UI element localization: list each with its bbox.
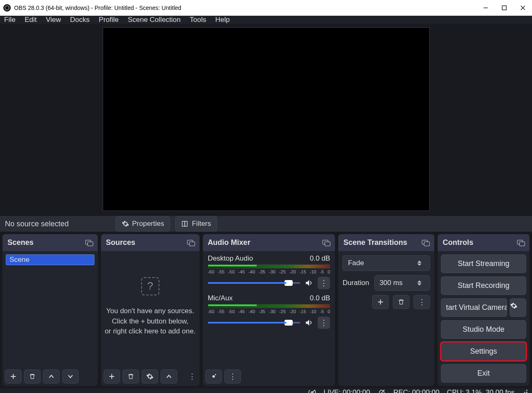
source-settings-button[interactable] <box>142 369 158 383</box>
broadcast-icon <box>308 388 316 393</box>
sources-empty-2: Click the + button below, <box>104 316 196 327</box>
sources-more-button[interactable]: ⋮ <box>187 369 197 383</box>
duration-value: 300 ms <box>380 279 403 287</box>
close-button[interactable] <box>513 0 532 16</box>
start-recording-button[interactable]: Start Recording <box>441 276 526 295</box>
volume-slider[interactable] <box>208 322 301 324</box>
question-icon: ? <box>141 277 159 295</box>
svg-rect-5 <box>185 221 188 226</box>
preview-area <box>0 24 532 216</box>
scene-item[interactable]: Scene <box>6 254 94 265</box>
transitions-panel: Scene Transitions Fade Duration 300 ms ⋮ <box>338 234 434 386</box>
delete-transition-button[interactable] <box>393 295 409 309</box>
transition-more-button[interactable]: ⋮ <box>414 295 430 309</box>
transition-select[interactable]: Fade <box>342 255 430 271</box>
speaker-icon[interactable] <box>304 278 313 288</box>
popout-icon[interactable] <box>323 240 330 246</box>
menu-file[interactable]: File <box>4 16 15 24</box>
menu-tools[interactable]: Tools <box>190 16 206 24</box>
exit-button[interactable]: Exit <box>441 364 526 383</box>
gear-icon <box>122 220 129 228</box>
window-title: OBS 28.0.3 (64-bit, windows) - Profile: … <box>14 5 181 11</box>
sources-empty-3: or right click here to add one. <box>104 326 196 337</box>
studio-mode-button[interactable]: Studio Mode <box>441 320 526 339</box>
menu-edit[interactable]: Edit <box>24 16 36 24</box>
svg-point-10 <box>215 374 216 375</box>
svg-rect-1 <box>502 6 506 10</box>
updown-icon <box>417 280 425 285</box>
obs-app-icon <box>3 4 11 12</box>
meter-ticks: -60-55-50-45-40-35-30-25-20-15-10-50 <box>208 269 330 274</box>
controls-panel: Controls Start Streaming Start Recording… <box>438 234 530 386</box>
mixer-settings-button[interactable] <box>205 369 222 383</box>
menubar: File Edit View Docks Profile Scene Colle… <box>0 16 532 24</box>
delete-scene-button[interactable] <box>24 369 41 383</box>
mixer-channel: Mic/Aux0.0 dB -60-55-50-45-40-35-30-25-2… <box>205 292 333 332</box>
cpu-status: CPU: 3.1%, 30.00 fps <box>447 388 515 393</box>
no-source-label: No source selected <box>5 220 111 228</box>
popout-icon[interactable] <box>517 240 525 246</box>
sources-title: Sources <box>106 238 135 247</box>
preview-canvas[interactable] <box>103 27 430 211</box>
menu-help[interactable]: Help <box>215 16 230 24</box>
minimize-button[interactable] <box>476 0 495 16</box>
audio-meter <box>208 304 330 308</box>
sources-body[interactable]: ? You don't have any sources. Click the … <box>101 251 200 367</box>
mixer-channel: Desktop Audio0.0 dB -60-55-50-45-40-35-3… <box>205 253 333 292</box>
popout-icon[interactable] <box>422 240 429 246</box>
scenes-title: Scenes <box>7 238 34 247</box>
duration-input[interactable]: 300 ms <box>374 275 431 291</box>
channel-db: 0.0 dB <box>310 254 330 263</box>
start-streaming-button[interactable]: Start Streaming <box>441 254 526 273</box>
meter-ticks: -60-55-50-45-40-35-30-25-20-15-10-50 <box>208 309 330 314</box>
rec-status: REC: 00:00:00 <box>393 388 440 393</box>
channel-menu-button[interactable]: ⋮ <box>318 316 330 329</box>
menu-view[interactable]: View <box>46 16 61 24</box>
filters-icon <box>181 220 189 228</box>
popout-icon[interactable] <box>187 240 195 246</box>
scene-up-button[interactable] <box>43 369 60 383</box>
volume-slider[interactable] <box>208 282 301 284</box>
duration-label: Duration <box>342 279 369 287</box>
transition-value: Fade <box>348 259 364 267</box>
speaker-icon[interactable] <box>304 318 313 327</box>
channel-name: Mic/Aux <box>208 294 233 302</box>
menu-docks[interactable]: Docks <box>70 16 89 24</box>
live-status: LIVE: 00:00:00 <box>324 388 370 393</box>
mixer-panel: Audio Mixer Desktop Audio0.0 dB -60-55-5… <box>203 234 335 386</box>
transitions-title: Scene Transitions <box>343 238 407 247</box>
add-scene-button[interactable] <box>5 369 22 383</box>
scenes-panel: Scenes Scene <box>2 234 98 386</box>
source-toolbar: No source selected Properties Filters <box>0 216 532 232</box>
audio-meter <box>208 264 330 268</box>
window-titlebar: OBS 28.0.3 (64-bit, windows) - Profile: … <box>0 0 532 16</box>
filters-label: Filters <box>192 220 211 228</box>
mixer-more-button[interactable]: ⋮ <box>224 369 241 383</box>
svg-rect-4 <box>183 221 185 226</box>
scene-down-button[interactable] <box>62 369 79 383</box>
source-up-button[interactable] <box>161 369 177 383</box>
status-bar: LIVE: 00:00:00 REC: 00:00:00 CPU: 3.1%, … <box>0 388 532 393</box>
sources-panel: Sources ? You don't have any sources. Cl… <box>101 234 200 386</box>
start-virtual-camera-button[interactable]: tart Virtual Camera <box>441 298 507 317</box>
popout-icon[interactable] <box>85 240 93 246</box>
sources-empty-1: You don't have any sources. <box>104 306 196 316</box>
channel-menu-button[interactable]: ⋮ <box>318 277 330 289</box>
settings-button[interactable]: Settings <box>441 342 526 361</box>
add-transition-button[interactable] <box>372 295 389 309</box>
resize-grip[interactable] <box>522 390 528 393</box>
maximize-button[interactable] <box>495 0 513 16</box>
channel-db: 0.0 dB <box>310 294 330 302</box>
controls-title: Controls <box>443 238 473 247</box>
properties-label: Properties <box>132 220 164 228</box>
delete-source-button[interactable] <box>123 369 139 383</box>
add-source-button[interactable] <box>104 369 120 383</box>
updown-icon <box>417 261 425 266</box>
channel-name: Desktop Audio <box>208 254 253 263</box>
filters-button[interactable]: Filters <box>175 216 217 232</box>
menu-scene-collection[interactable]: Scene Collection <box>128 16 181 24</box>
menu-profile[interactable]: Profile <box>99 16 118 24</box>
mixer-title: Audio Mixer <box>208 238 250 247</box>
properties-button[interactable]: Properties <box>116 216 170 232</box>
virtual-camera-settings-button[interactable] <box>510 298 526 317</box>
